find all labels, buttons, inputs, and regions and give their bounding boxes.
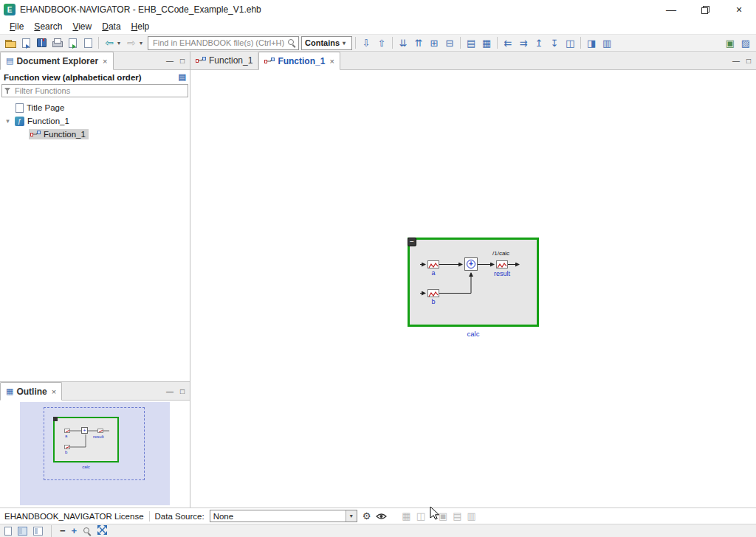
overview-window-icon[interactable]: ▦ (479, 35, 494, 50)
open-subfunction-icon[interactable]: ↧ (547, 35, 562, 50)
print-image-icon[interactable]: ▤ (453, 510, 461, 522)
filter-functions-input[interactable] (13, 86, 185, 96)
report-icon[interactable] (80, 35, 95, 50)
forward-history-caret-icon[interactable]: ▾ (140, 40, 145, 46)
book-icon (37, 38, 47, 47)
outline-thumbnail[interactable]: a b result calc (20, 402, 170, 505)
zoom-selection-icon[interactable] (83, 527, 92, 536)
minimize-panel-button[interactable]: — (732, 57, 740, 65)
minimize-panel-button[interactable]: — (166, 387, 173, 395)
copy-image-icon[interactable]: ◫ (416, 510, 425, 522)
maximize-panel-button[interactable]: □ (180, 387, 185, 395)
find-previous-icon[interactable]: ⇧ (374, 35, 389, 50)
open-parent-function-icon[interactable]: ↥ (532, 35, 546, 50)
pin-view-icon[interactable]: ◫ (563, 35, 577, 50)
fit-to-window-icon[interactable] (97, 525, 107, 537)
document-explorer-panel: ▤ Document Explorer × — □ Function view … (0, 52, 190, 381)
contains-dropdown[interactable]: Contains ▾ (301, 36, 352, 50)
mini-output (97, 429, 103, 433)
close-button[interactable]: × (722, 0, 756, 19)
tree-item-title-page[interactable]: Title Page (0, 101, 190, 114)
save-image-icon[interactable]: ▣ (439, 510, 447, 522)
eye-icon[interactable] (376, 513, 387, 520)
menu-view[interactable]: View (67, 20, 97, 33)
close-icon[interactable]: × (52, 387, 56, 396)
tree-item-function-1-child[interactable]: Function_1 (0, 128, 190, 141)
mini-label-result: result (93, 434, 104, 439)
left-column: ▤ Document Explorer × — □ Function view … (0, 52, 190, 507)
table-view-icon[interactable]: ▤ (464, 35, 478, 50)
collapse-subfunctions-icon[interactable]: ⇈ (411, 35, 426, 50)
data-source-label: Data Source: (155, 512, 205, 521)
zoom-in-button[interactable]: + (72, 525, 78, 536)
tab-document-explorer[interactable]: ▤ Document Explorer × (0, 52, 114, 70)
find-next-icon[interactable]: ⇩ (359, 35, 374, 50)
next-sheet-icon[interactable]: ⇉ (516, 35, 531, 50)
outline-content: a b result calc (0, 401, 190, 507)
main-toolbar: ⇦ ▾ ⇨ ▾ Contains ▾ ⇩ ⇧ ⇊ ⇈ ⊞ ⊟ ▤ ▦ ⇇ ⇉ ↥… (0, 34, 756, 52)
input-port-a[interactable] (427, 260, 439, 268)
menu-search[interactable]: Search (29, 20, 67, 33)
maximize-panel-button[interactable]: □ (746, 57, 751, 65)
library-icon[interactable] (34, 35, 49, 50)
menu-data[interactable]: Data (97, 20, 126, 33)
maximize-panel-button[interactable]: □ (180, 57, 185, 65)
selected-tree-item[interactable]: Function_1 (29, 129, 89, 139)
mini-label-b: b (65, 450, 67, 454)
outline-toggle-icon[interactable] (18, 527, 27, 536)
signal-curve-icon (428, 291, 439, 297)
navigate-forward-icon[interactable]: ⇨ (124, 35, 139, 50)
restore-button[interactable] (688, 0, 722, 19)
find-input[interactable] (151, 38, 287, 48)
menu-file[interactable]: File (4, 20, 29, 33)
tree-item-label: Title Page (27, 103, 64, 112)
menu-help[interactable]: Help (126, 20, 155, 33)
minimize-panel-button[interactable]: — (166, 57, 173, 65)
hide-all-functions-icon[interactable]: ⊟ (442, 35, 457, 50)
save-icon[interactable] (18, 35, 33, 50)
snapshot-icon[interactable]: ▨ (738, 35, 753, 50)
gear-icon[interactable]: ⚙ (362, 510, 371, 522)
folder-icon (4, 38, 16, 48)
panel-layout-icon[interactable] (33, 527, 43, 536)
zoom-out-button[interactable]: − (60, 525, 66, 536)
previous-sheet-icon[interactable]: ⇇ (501, 35, 515, 50)
view-menu-icon[interactable]: ▤ (179, 72, 186, 82)
sum-operator-block[interactable]: + (464, 257, 478, 271)
function-icon (15, 117, 24, 126)
tree-item-function-1[interactable]: ▾ Function_1 (0, 114, 190, 128)
close-icon[interactable]: × (329, 57, 334, 66)
expander-icon[interactable]: ▾ (4, 117, 12, 125)
data-source-select[interactable]: None ▾ (210, 510, 357, 522)
tab-function-1[interactable]: Function_1 (190, 52, 258, 69)
sync-selection-icon[interactable]: ◨ (584, 35, 599, 50)
show-all-functions-icon[interactable]: ⊞ (427, 35, 441, 50)
print-icon[interactable] (49, 35, 64, 50)
export-icon[interactable] (65, 35, 80, 50)
tab-function-1-active[interactable]: Function_1 × (258, 52, 340, 70)
minimize-button[interactable]: — (654, 0, 688, 19)
diagram-canvas[interactable]: − (190, 70, 756, 507)
search-icon (287, 38, 296, 47)
input-port-b[interactable] (427, 289, 439, 297)
filter-icon (4, 87, 11, 94)
output-port-result[interactable] (496, 260, 508, 268)
navigate-back-icon[interactable]: ⇦ (102, 35, 117, 50)
export-image-icon[interactable]: ▣ (723, 35, 738, 50)
back-history-caret-icon[interactable]: ▾ (117, 40, 123, 46)
expand-subfunctions-icon[interactable]: ⇊ (396, 35, 410, 50)
main-area: ▤ Document Explorer × — □ Function view … (0, 52, 756, 507)
snapshot-icon[interactable]: ▦ (402, 510, 410, 522)
restore-icon (701, 6, 709, 13)
open-file-icon[interactable] (3, 35, 18, 50)
signal-curve-icon (428, 263, 439, 268)
mini-label-a: a (65, 434, 67, 438)
report-icon[interactable]: ▥ (467, 510, 476, 522)
close-icon[interactable]: × (103, 57, 107, 66)
thumbnail-view-icon[interactable] (4, 527, 12, 536)
layout-icon[interactable]: ▥ (599, 35, 614, 50)
function-block-calc[interactable]: − (408, 238, 539, 327)
license-text: EHANDBOOK_NAVIGATOR License (4, 512, 144, 521)
tab-outline[interactable]: ▦ Outline × (0, 382, 62, 401)
chevron-down-icon[interactable]: ▾ (346, 510, 357, 522)
